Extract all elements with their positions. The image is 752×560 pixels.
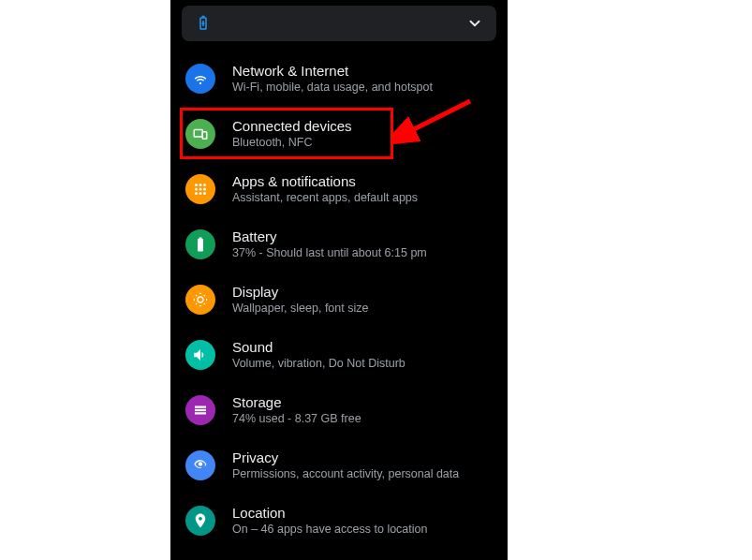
item-subtitle: Permissions, account activity, personal … bbox=[232, 467, 459, 480]
item-subtitle: Volume, vibration, Do Not Disturb bbox=[232, 357, 405, 370]
svg-point-12 bbox=[203, 192, 206, 195]
svg-rect-13 bbox=[195, 405, 206, 407]
settings-item-sound[interactable]: Sound Volume, vibration, Do Not Disturb bbox=[170, 327, 508, 382]
item-title: Battery bbox=[232, 228, 427, 244]
item-title: Privacy bbox=[232, 449, 459, 465]
item-subtitle: Wallpaper, sleep, font size bbox=[232, 302, 368, 315]
settings-item-battery[interactable]: Battery 37% - Should last until about 6:… bbox=[170, 216, 508, 272]
item-subtitle: Assistant, recent apps, default apps bbox=[232, 191, 418, 204]
svg-point-7 bbox=[195, 187, 198, 190]
storage-icon bbox=[185, 395, 215, 425]
wifi-icon bbox=[185, 64, 215, 94]
apps-icon bbox=[185, 174, 215, 204]
settings-item-apps[interactable]: Apps & notifications Assistant, recent a… bbox=[170, 161, 508, 216]
svg-point-11 bbox=[199, 192, 202, 195]
devices-icon bbox=[185, 119, 215, 149]
top-info-card[interactable] bbox=[182, 6, 496, 41]
battery-charging-icon bbox=[195, 15, 212, 32]
item-title: Sound bbox=[232, 339, 405, 355]
item-subtitle: 37% - Should last until about 6:15 pm bbox=[232, 246, 427, 259]
item-title: Location bbox=[232, 505, 427, 521]
item-subtitle: 74% used - 8.37 GB free bbox=[232, 412, 361, 425]
phone-settings-screen: Network & Internet Wi-Fi, mobile, data u… bbox=[170, 0, 508, 560]
svg-point-9 bbox=[203, 187, 206, 190]
item-title: Connected devices bbox=[232, 118, 352, 134]
svg-point-4 bbox=[195, 184, 198, 186]
chevron-down-icon[interactable] bbox=[466, 15, 483, 32]
item-subtitle: On – 46 apps have access to location bbox=[232, 523, 427, 536]
item-title: Network & Internet bbox=[232, 63, 433, 79]
settings-item-location[interactable]: Location On – 46 apps have access to loc… bbox=[170, 493, 508, 548]
volume-icon bbox=[185, 340, 215, 370]
svg-rect-2 bbox=[194, 129, 202, 137]
settings-item-privacy[interactable]: Privacy Permissions, account activity, p… bbox=[170, 437, 508, 493]
svg-rect-15 bbox=[195, 412, 206, 414]
settings-item-storage[interactable]: Storage 74% used - 8.37 GB free bbox=[170, 382, 508, 437]
item-subtitle: Bluetooth, NFC bbox=[232, 136, 352, 149]
settings-item-network[interactable]: Network & Internet Wi-Fi, mobile, data u… bbox=[170, 51, 508, 106]
svg-point-5 bbox=[199, 184, 202, 186]
svg-rect-3 bbox=[202, 131, 207, 139]
svg-point-10 bbox=[195, 192, 198, 195]
privacy-icon bbox=[185, 450, 215, 480]
item-subtitle: Wi-Fi, mobile, data usage, and hotspot bbox=[232, 81, 433, 94]
settings-list: Network & Internet Wi-Fi, mobile, data u… bbox=[170, 51, 508, 548]
svg-point-8 bbox=[199, 187, 202, 190]
item-title: Apps & notifications bbox=[232, 173, 418, 189]
item-title: Display bbox=[232, 284, 368, 300]
svg-rect-14 bbox=[195, 408, 206, 410]
item-title: Storage bbox=[232, 394, 361, 410]
settings-item-connected-devices[interactable]: Connected devices Bluetooth, NFC bbox=[170, 106, 508, 161]
location-icon bbox=[185, 506, 215, 536]
settings-item-display[interactable]: Display Wallpaper, sleep, font size bbox=[170, 272, 508, 327]
svg-point-6 bbox=[203, 184, 206, 186]
battery-icon bbox=[185, 229, 215, 259]
brightness-icon bbox=[185, 285, 215, 315]
